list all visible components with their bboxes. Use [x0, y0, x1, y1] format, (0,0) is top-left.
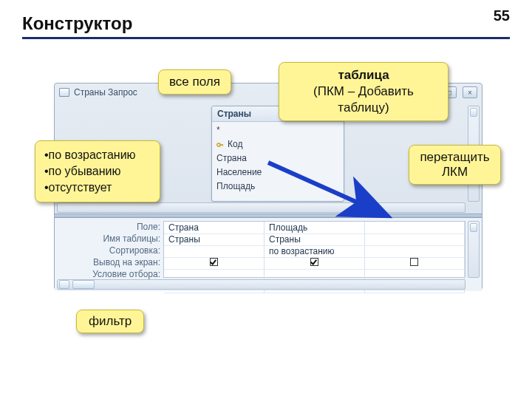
sort-opt-none: отсутствует [49, 180, 112, 196]
label-criteria: Условие отбора: [57, 268, 160, 280]
field-star[interactable]: * [216, 123, 339, 137]
field-list[interactable]: * Код Страна Население Площадь [212, 122, 344, 195]
cell-table-3[interactable] [364, 233, 465, 245]
cell-show-3[interactable] [364, 257, 465, 269]
label-sort: Сортировка: [57, 245, 160, 256]
field-area[interactable]: Площадь [216, 180, 339, 194]
field-population[interactable]: Население [216, 166, 339, 180]
cell-table-1[interactable]: Страны [164, 233, 265, 245]
cell-sort-3[interactable] [364, 245, 465, 257]
label-show: Вывод на экран: [57, 256, 160, 268]
grid-vscrollbar[interactable] [468, 221, 480, 278]
cell-sort-2[interactable]: по возрастанию [265, 245, 365, 257]
close-button[interactable]: × [463, 86, 477, 98]
cell-field-1[interactable]: Страна [164, 222, 265, 233]
callout-filter: фильтр [76, 310, 144, 333]
label-table: Имя таблицы: [57, 233, 160, 245]
grid-hscrollbar[interactable] [57, 279, 466, 290]
callout-table: таблица (ПКМ – Добавить таблицу) [279, 62, 449, 121]
sort-opt-asc: по возрастанию [49, 147, 136, 163]
field-country[interactable]: Страна [216, 151, 339, 166]
svg-rect-2 [222, 144, 223, 146]
cell-field-3[interactable] [364, 222, 465, 233]
field-id-label: Код [228, 137, 242, 151]
page-number: 55 [494, 7, 510, 24]
design-grid[interactable]: Страна Площадь Страны Страны по возраста… [163, 221, 466, 278]
callout-all-fields: все поля [158, 69, 231, 95]
label-field: Поле: [57, 221, 160, 233]
sort-opt-desc: по убыванию [49, 163, 121, 180]
checkbox-show-2[interactable] [310, 258, 318, 266]
field-id[interactable]: Код [216, 137, 339, 151]
callout-drag: перетащить ЛКМ [409, 145, 501, 185]
cell-show-1[interactable] [164, 257, 265, 269]
page-title: Конструктор [22, 13, 510, 34]
upper-hscrollbar[interactable] [57, 202, 466, 213]
title-underline [22, 37, 510, 39]
callout-table-hint: (ПКМ – Добавить таблицу) [287, 83, 440, 116]
checkbox-show-1[interactable] [210, 258, 218, 266]
callout-table-title: таблица [287, 67, 440, 83]
cell-table-2[interactable]: Страны [265, 233, 365, 245]
checkbox-show-3[interactable] [410, 258, 418, 266]
cell-sort-1[interactable] [164, 245, 265, 257]
design-grid-zone: Поле: Имя таблицы: Сортировка: Вывод на … [55, 218, 482, 291]
callout-sort-options: •по возрастанию •по убыванию •отсутствуе… [35, 140, 160, 202]
window-icon [59, 88, 69, 97]
cell-field-2[interactable]: Площадь [265, 222, 365, 233]
key-icon [216, 141, 224, 149]
cell-show-2[interactable] [265, 257, 365, 269]
